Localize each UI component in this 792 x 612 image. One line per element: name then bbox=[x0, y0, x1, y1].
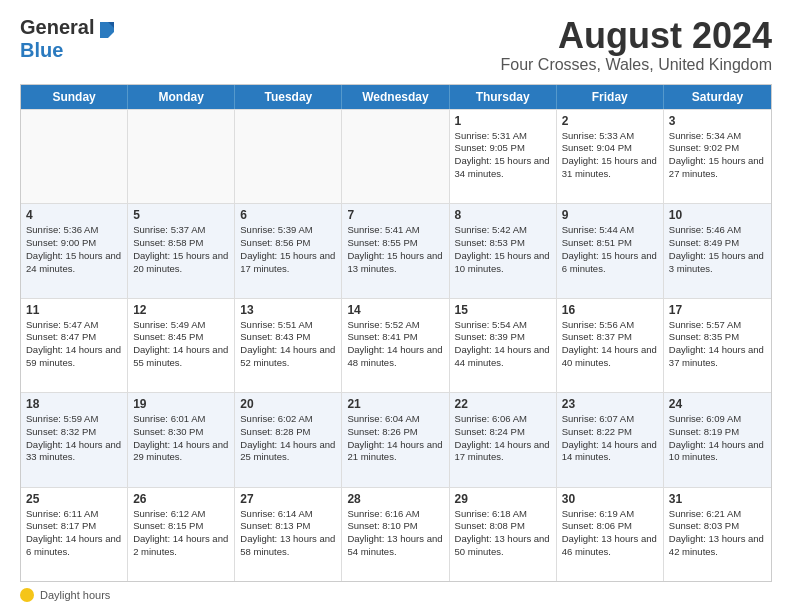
cal-cell: 26Sunrise: 6:12 AM Sunset: 8:15 PM Dayli… bbox=[128, 488, 235, 581]
day-info: Sunrise: 5:41 AM Sunset: 8:55 PM Dayligh… bbox=[347, 224, 443, 275]
cal-cell: 10Sunrise: 5:46 AM Sunset: 8:49 PM Dayli… bbox=[664, 204, 771, 297]
day-number: 23 bbox=[562, 397, 658, 411]
cal-cell: 30Sunrise: 6:19 AM Sunset: 8:06 PM Dayli… bbox=[557, 488, 664, 581]
cal-cell bbox=[235, 110, 342, 203]
day-info: Sunrise: 6:06 AM Sunset: 8:24 PM Dayligh… bbox=[455, 413, 551, 464]
legend-text: Daylight hours bbox=[40, 589, 110, 601]
cal-header-day: Sunday bbox=[21, 85, 128, 109]
day-info: Sunrise: 5:36 AM Sunset: 9:00 PM Dayligh… bbox=[26, 224, 122, 275]
cal-header-day: Wednesday bbox=[342, 85, 449, 109]
cal-header-day: Monday bbox=[128, 85, 235, 109]
day-info: Sunrise: 6:12 AM Sunset: 8:15 PM Dayligh… bbox=[133, 508, 229, 559]
day-number: 27 bbox=[240, 492, 336, 506]
day-number: 9 bbox=[562, 208, 658, 222]
day-info: Sunrise: 5:47 AM Sunset: 8:47 PM Dayligh… bbox=[26, 319, 122, 370]
calendar-body: 1Sunrise: 5:31 AM Sunset: 9:05 PM Daylig… bbox=[21, 109, 771, 581]
day-info: Sunrise: 6:02 AM Sunset: 8:28 PM Dayligh… bbox=[240, 413, 336, 464]
day-info: Sunrise: 5:51 AM Sunset: 8:43 PM Dayligh… bbox=[240, 319, 336, 370]
day-number: 11 bbox=[26, 303, 122, 317]
day-number: 18 bbox=[26, 397, 122, 411]
day-number: 22 bbox=[455, 397, 551, 411]
day-number: 15 bbox=[455, 303, 551, 317]
day-number: 31 bbox=[669, 492, 766, 506]
day-number: 20 bbox=[240, 397, 336, 411]
day-number: 19 bbox=[133, 397, 229, 411]
day-info: Sunrise: 6:21 AM Sunset: 8:03 PM Dayligh… bbox=[669, 508, 766, 559]
cal-cell: 28Sunrise: 6:16 AM Sunset: 8:10 PM Dayli… bbox=[342, 488, 449, 581]
cal-cell: 11Sunrise: 5:47 AM Sunset: 8:47 PM Dayli… bbox=[21, 299, 128, 392]
logo: General Blue bbox=[20, 16, 116, 62]
cal-cell bbox=[342, 110, 449, 203]
day-number: 3 bbox=[669, 114, 766, 128]
day-number: 26 bbox=[133, 492, 229, 506]
day-info: Sunrise: 5:31 AM Sunset: 9:05 PM Dayligh… bbox=[455, 130, 551, 181]
cal-cell: 25Sunrise: 6:11 AM Sunset: 8:17 PM Dayli… bbox=[21, 488, 128, 581]
day-info: Sunrise: 6:19 AM Sunset: 8:06 PM Dayligh… bbox=[562, 508, 658, 559]
day-info: Sunrise: 6:18 AM Sunset: 8:08 PM Dayligh… bbox=[455, 508, 551, 559]
day-info: Sunrise: 5:34 AM Sunset: 9:02 PM Dayligh… bbox=[669, 130, 766, 181]
cal-cell: 21Sunrise: 6:04 AM Sunset: 8:26 PM Dayli… bbox=[342, 393, 449, 486]
cal-cell: 31Sunrise: 6:21 AM Sunset: 8:03 PM Dayli… bbox=[664, 488, 771, 581]
cal-cell: 22Sunrise: 6:06 AM Sunset: 8:24 PM Dayli… bbox=[450, 393, 557, 486]
day-info: Sunrise: 6:11 AM Sunset: 8:17 PM Dayligh… bbox=[26, 508, 122, 559]
day-number: 24 bbox=[669, 397, 766, 411]
day-info: Sunrise: 5:59 AM Sunset: 8:32 PM Dayligh… bbox=[26, 413, 122, 464]
day-number: 4 bbox=[26, 208, 122, 222]
cal-cell: 5Sunrise: 5:37 AM Sunset: 8:58 PM Daylig… bbox=[128, 204, 235, 297]
cal-row: 25Sunrise: 6:11 AM Sunset: 8:17 PM Dayli… bbox=[21, 487, 771, 581]
day-number: 30 bbox=[562, 492, 658, 506]
day-number: 12 bbox=[133, 303, 229, 317]
cal-cell bbox=[21, 110, 128, 203]
day-number: 5 bbox=[133, 208, 229, 222]
logo-general-text: General bbox=[20, 16, 94, 39]
day-number: 2 bbox=[562, 114, 658, 128]
logo-blue-text: Blue bbox=[20, 39, 63, 61]
cal-cell: 1Sunrise: 5:31 AM Sunset: 9:05 PM Daylig… bbox=[450, 110, 557, 203]
cal-cell: 20Sunrise: 6:02 AM Sunset: 8:28 PM Dayli… bbox=[235, 393, 342, 486]
day-info: Sunrise: 5:56 AM Sunset: 8:37 PM Dayligh… bbox=[562, 319, 658, 370]
day-info: Sunrise: 5:44 AM Sunset: 8:51 PM Dayligh… bbox=[562, 224, 658, 275]
day-info: Sunrise: 5:37 AM Sunset: 8:58 PM Dayligh… bbox=[133, 224, 229, 275]
day-info: Sunrise: 5:57 AM Sunset: 8:35 PM Dayligh… bbox=[669, 319, 766, 370]
day-info: Sunrise: 5:54 AM Sunset: 8:39 PM Dayligh… bbox=[455, 319, 551, 370]
day-number: 10 bbox=[669, 208, 766, 222]
cal-cell: 4Sunrise: 5:36 AM Sunset: 9:00 PM Daylig… bbox=[21, 204, 128, 297]
cal-header-day: Thursday bbox=[450, 85, 557, 109]
day-number: 8 bbox=[455, 208, 551, 222]
cal-row: 4Sunrise: 5:36 AM Sunset: 9:00 PM Daylig… bbox=[21, 203, 771, 297]
cal-cell: 12Sunrise: 5:49 AM Sunset: 8:45 PM Dayli… bbox=[128, 299, 235, 392]
cal-cell: 14Sunrise: 5:52 AM Sunset: 8:41 PM Dayli… bbox=[342, 299, 449, 392]
day-number: 25 bbox=[26, 492, 122, 506]
cal-cell: 8Sunrise: 5:42 AM Sunset: 8:53 PM Daylig… bbox=[450, 204, 557, 297]
day-number: 7 bbox=[347, 208, 443, 222]
subtitle: Four Crosses, Wales, United Kingdom bbox=[500, 56, 772, 74]
sun-icon bbox=[20, 588, 34, 602]
logo-triangle-icon bbox=[98, 20, 116, 38]
day-info: Sunrise: 5:39 AM Sunset: 8:56 PM Dayligh… bbox=[240, 224, 336, 275]
day-number: 28 bbox=[347, 492, 443, 506]
day-info: Sunrise: 5:49 AM Sunset: 8:45 PM Dayligh… bbox=[133, 319, 229, 370]
cal-cell: 18Sunrise: 5:59 AM Sunset: 8:32 PM Dayli… bbox=[21, 393, 128, 486]
day-info: Sunrise: 5:33 AM Sunset: 9:04 PM Dayligh… bbox=[562, 130, 658, 181]
day-number: 21 bbox=[347, 397, 443, 411]
cal-row: 1Sunrise: 5:31 AM Sunset: 9:05 PM Daylig… bbox=[21, 109, 771, 203]
title-area: August 2024 Four Crosses, Wales, United … bbox=[500, 16, 772, 74]
day-info: Sunrise: 6:01 AM Sunset: 8:30 PM Dayligh… bbox=[133, 413, 229, 464]
cal-header-day: Tuesday bbox=[235, 85, 342, 109]
cal-cell: 3Sunrise: 5:34 AM Sunset: 9:02 PM Daylig… bbox=[664, 110, 771, 203]
cal-row: 18Sunrise: 5:59 AM Sunset: 8:32 PM Dayli… bbox=[21, 392, 771, 486]
day-number: 1 bbox=[455, 114, 551, 128]
day-info: Sunrise: 5:46 AM Sunset: 8:49 PM Dayligh… bbox=[669, 224, 766, 275]
legend: Daylight hours bbox=[20, 588, 772, 602]
day-number: 16 bbox=[562, 303, 658, 317]
cal-cell: 29Sunrise: 6:18 AM Sunset: 8:08 PM Dayli… bbox=[450, 488, 557, 581]
cal-row: 11Sunrise: 5:47 AM Sunset: 8:47 PM Dayli… bbox=[21, 298, 771, 392]
day-info: Sunrise: 6:14 AM Sunset: 8:13 PM Dayligh… bbox=[240, 508, 336, 559]
day-number: 17 bbox=[669, 303, 766, 317]
day-number: 14 bbox=[347, 303, 443, 317]
cal-cell bbox=[128, 110, 235, 203]
cal-cell: 9Sunrise: 5:44 AM Sunset: 8:51 PM Daylig… bbox=[557, 204, 664, 297]
cal-cell: 27Sunrise: 6:14 AM Sunset: 8:13 PM Dayli… bbox=[235, 488, 342, 581]
day-number: 29 bbox=[455, 492, 551, 506]
calendar-header: SundayMondayTuesdayWednesdayThursdayFrid… bbox=[21, 85, 771, 109]
